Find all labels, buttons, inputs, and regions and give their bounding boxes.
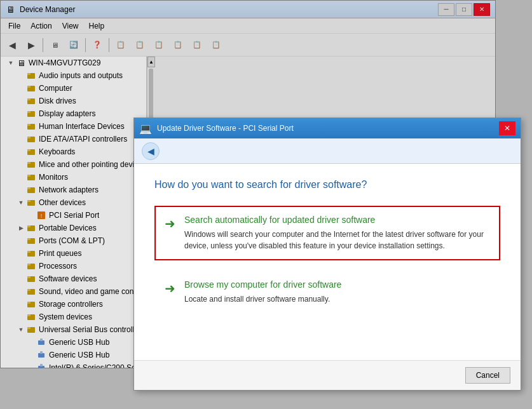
browse-manual-option[interactable]: ➜ Browse my computer for driver software… xyxy=(154,271,500,314)
back-arrow-icon: ◀ xyxy=(147,146,154,156)
dialog-content: How do you want to search for driver sof… xyxy=(134,164,521,339)
dialog-back-button[interactable]: ◀ xyxy=(142,142,160,160)
dialog-question: How do you want to search for driver sof… xyxy=(154,179,500,191)
option1-text: Search automatically for updated driver … xyxy=(184,215,490,251)
dialog-footer: Cancel xyxy=(134,360,521,390)
cancel-button[interactable]: Cancel xyxy=(465,367,510,384)
driver-dialog: 💻 Update Driver Software - PCI Serial Po… xyxy=(133,117,521,391)
option2-text: Browse my computer for driver software L… xyxy=(184,279,490,305)
search-auto-option[interactable]: ➜ Search automatically for updated drive… xyxy=(154,206,500,260)
option1-title: Search automatically for updated driver … xyxy=(184,215,490,225)
option2-desc: Locate and install driver software manua… xyxy=(184,293,490,305)
dialog-title-icon: 💻 xyxy=(139,123,152,135)
option1-desc: Windows will search your computer and th… xyxy=(184,229,490,251)
option2-arrow: ➜ xyxy=(165,281,175,296)
dialog-nav: ◀ xyxy=(134,138,521,164)
dialog-title-bar: 💻 Update Driver Software - PCI Serial Po… xyxy=(134,118,521,138)
option2-title: Browse my computer for driver software xyxy=(184,279,490,290)
dialog-title-text: Update Driver Software - PCI Serial Port xyxy=(157,124,294,133)
dialog-close-button[interactable]: ✕ xyxy=(499,121,515,135)
option1-arrow: ➜ xyxy=(165,216,175,231)
